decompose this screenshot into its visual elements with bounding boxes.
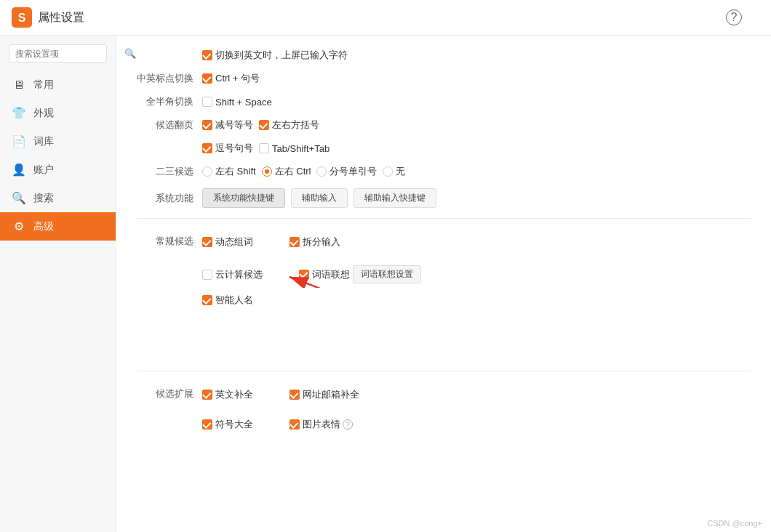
account-icon: 👤	[12, 163, 26, 177]
symbol-all-label: 符号大全	[215, 418, 253, 431]
window-title: 属性设置	[38, 10, 84, 25]
content-area: 切换到英文时，上屏已输入字符 中英标点切换 Ctrl + 句号 全半角切换 Sh…	[116, 36, 771, 532]
tab-shift-tab-label: Tab/Shift+Tab	[272, 143, 329, 154]
url-email-checkbox[interactable]: 网址邮箱补全	[289, 388, 359, 401]
lr-bracket-cb	[259, 120, 269, 130]
candidate-page-label: 候选翻页	[137, 118, 202, 132]
symbol-emoji-content: 符号大全 图片表情 ?	[202, 418, 353, 431]
minus-equal-label: 减号等号	[215, 118, 253, 132]
sidebar-item-search[interactable]: 🔍 搜索	[0, 184, 116, 212]
minus-equal-cb	[202, 120, 212, 130]
second-third-row: 二三候选 左右 Shift 左右 Ctrl 分号单引号 无	[137, 165, 751, 178]
candidate-expand-section: 候选扩展 英文补全 网址邮箱补全 符号大	[137, 382, 751, 431]
appearance-icon: 👕	[12, 106, 26, 120]
ctrl-period-label: Ctrl + 句号	[215, 72, 260, 85]
regular-candidate-header: 常规候选 动态组词 拆分输入	[137, 229, 751, 255]
sidebar-label-search: 搜索	[33, 192, 54, 205]
halfwidth-content: Shift + Space	[202, 97, 272, 108]
none-radio-circle	[383, 166, 393, 177]
candidate-expand-label: 候选扩展	[137, 387, 202, 400]
emoji-checkbox[interactable]: 图片表情	[289, 418, 340, 431]
smart-name-label: 智能人名	[215, 294, 253, 307]
punct-switch-row: 中英标点切换 Ctrl + 句号	[137, 72, 751, 85]
symbol-emoji-row: 符号大全 图片表情 ?	[137, 418, 751, 431]
shift-space-cb	[202, 97, 212, 107]
emoji-info-icon: ?	[343, 419, 353, 430]
punct-switch-label: 中英标点切换	[137, 72, 202, 85]
cloud-word-assoc-row: 云计算候选 词语联想 词语联想设置	[137, 265, 751, 283]
ctrl-period-cb	[202, 73, 212, 84]
search-nav-icon: 🔍	[12, 191, 26, 205]
aux-input-shortcut-tab[interactable]: 辅助输入快捷键	[353, 188, 436, 208]
candidate-expand-row1: 英文补全 网址邮箱补全	[202, 388, 359, 401]
lr-shift-radio-label: 左右 Shift	[215, 165, 256, 178]
smart-name-checkbox[interactable]: 智能人名	[202, 294, 253, 307]
sidebar-label-advanced: 高级	[33, 220, 54, 233]
lr-shift-radio[interactable]: 左右 Shift	[202, 165, 256, 178]
sidebar-label-lexicon: 词库	[33, 135, 54, 148]
halfwidth-label: 全半角切换	[137, 95, 202, 108]
halfwidth-row: 全半角切换 Shift + Space	[137, 95, 751, 108]
system-func-label: 系统功能	[137, 192, 202, 205]
left-right-bracket-checkbox[interactable]: 左右方括号	[259, 118, 319, 132]
comma-period-checkbox[interactable]: 逗号句号	[202, 142, 253, 155]
annotation-area: 关掉云计算候选	[202, 317, 751, 360]
english-complete-checkbox[interactable]: 英文补全	[202, 388, 253, 401]
lr-shift-radio-circle	[202, 166, 212, 177]
lr-ctrl-radio-label: 左右 Ctrl	[275, 165, 311, 178]
emoji-group: 图片表情 ?	[289, 418, 353, 431]
sys-func-shortcut-tab[interactable]: 系统功能快捷键	[202, 188, 285, 208]
smart-name-row: 智能人名	[137, 294, 751, 307]
sidebar-item-appearance[interactable]: 👕 外观	[0, 99, 116, 127]
sidebar-label-common: 常用	[33, 78, 54, 92]
svg-text:S: S	[18, 12, 26, 24]
none-radio-label: 无	[396, 165, 405, 178]
english-complete-cb	[202, 390, 212, 400]
regular-candidate-section: 常规候选 动态组词 拆分输入	[137, 229, 751, 360]
candidate-page-content1: 减号等号 左右方括号	[202, 118, 319, 132]
regular-candidate-label: 常规候选	[137, 235, 202, 248]
symbol-all-checkbox[interactable]: 符号大全	[202, 418, 253, 431]
cloud-candidate-cb-box	[202, 270, 212, 280]
shift-space-checkbox[interactable]: Shift + Space	[202, 97, 272, 108]
switch-english-cb-box	[202, 50, 212, 60]
search-box[interactable]: 🔍	[9, 44, 107, 63]
help-button[interactable]: ?	[726, 9, 742, 25]
tab-shift-tab-checkbox[interactable]: Tab/Shift+Tab	[259, 143, 329, 154]
candidate-page-content2: 逗号句号 Tab/Shift+Tab	[202, 142, 329, 155]
english-complete-label: 英文补全	[215, 388, 253, 401]
advanced-icon: ⚙	[12, 219, 26, 233]
lexicon-icon: 📄	[12, 134, 26, 148]
dynamic-group-cb	[202, 237, 212, 247]
emoji-label: 图片表情	[303, 418, 340, 431]
url-email-cb	[289, 390, 300, 400]
sidebar-item-lexicon[interactable]: 📄 词库	[0, 127, 116, 156]
minus-equal-checkbox[interactable]: 减号等号	[202, 118, 253, 132]
candidate-page-row2: 逗号句号 Tab/Shift+Tab	[137, 142, 751, 155]
sidebar-item-advanced[interactable]: ⚙ 高级	[0, 212, 116, 241]
second-third-content: 左右 Shift 左右 Ctrl 分号单引号 无	[202, 165, 405, 178]
aux-input-tab[interactable]: 辅助输入	[291, 188, 348, 208]
smart-name-cb	[202, 295, 212, 305]
app-logo: S	[12, 7, 32, 28]
search-input[interactable]	[15, 49, 124, 59]
smart-name-content: 智能人名	[202, 294, 253, 307]
semicolon-quote-radio[interactable]: 分号单引号	[316, 165, 377, 178]
sidebar-item-common[interactable]: 🖥 常用	[0, 71, 116, 99]
candidate-page-row1: 候选翻页 减号等号 左右方括号	[137, 118, 751, 132]
lr-ctrl-radio[interactable]: 左右 Ctrl	[262, 165, 311, 178]
url-email-label: 网址邮箱补全	[303, 388, 359, 401]
switch-english-checkbox[interactable]: 切换到英文时，上屏已输入字符	[202, 49, 348, 62]
ctrl-period-checkbox[interactable]: Ctrl + 句号	[202, 72, 260, 85]
common-icon: 🖥	[12, 78, 26, 92]
divider-1	[137, 218, 751, 219]
top-checkbox-row: 切换到英文时，上屏已输入字符	[137, 49, 751, 62]
sidebar-label-account: 账户	[33, 164, 54, 177]
semicolon-quote-radio-label: 分号单引号	[329, 165, 377, 178]
sidebar-item-account[interactable]: 👤 账户	[0, 156, 116, 184]
annotation-arrow: 关掉云计算候选	[246, 244, 391, 288]
main-layout: 🔍 🖥 常用 👕 外观 📄 词库 👤 账户 🔍 搜索 ⚙ 高级	[0, 36, 771, 532]
none-radio[interactable]: 无	[383, 165, 405, 178]
comma-period-label: 逗号句号	[215, 142, 253, 155]
shift-space-label: Shift + Space	[215, 97, 272, 108]
